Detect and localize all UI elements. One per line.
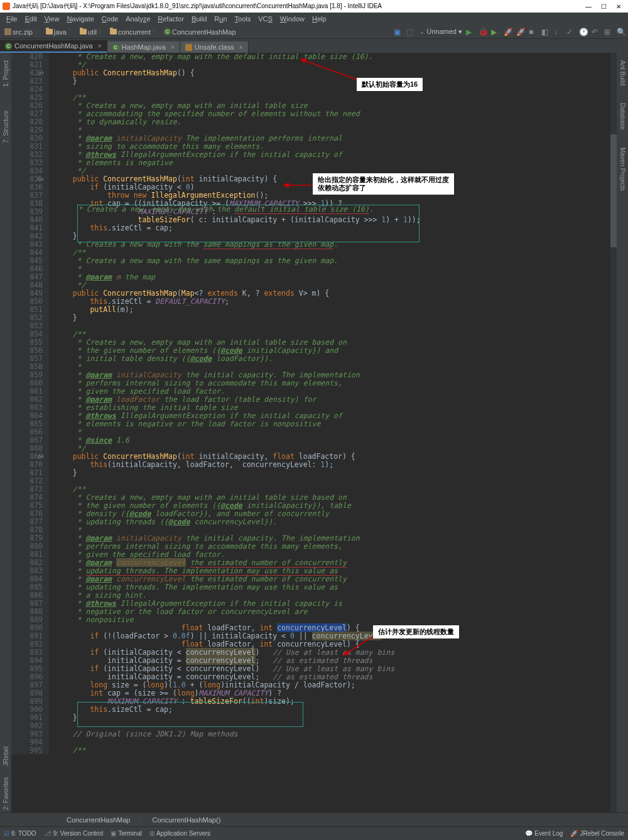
code-line[interactable]: } — [55, 714, 617, 722]
code-line[interactable]: * initial table density ({@code loadFact… — [55, 355, 617, 363]
stop-button[interactable]: ■ — [529, 28, 538, 36]
code-line[interactable]: * elements is negative — [55, 159, 617, 167]
menu-window[interactable]: Window — [276, 15, 308, 23]
tab-concurrenthashmap[interactable]: ConcurrentHashMap.java × — [0, 40, 107, 53]
code-line[interactable]: putAll(m); — [55, 306, 617, 314]
crumb-srczip[interactable]: src.zip〉 — [3, 27, 43, 36]
tool-appservers[interactable]: ⊞Application Servers — [149, 830, 210, 837]
menu-run[interactable]: Run — [210, 15, 230, 23]
close-icon[interactable]: × — [239, 44, 243, 51]
code-line[interactable]: * @param m the map — [55, 273, 617, 281]
jrebel-icon[interactable]: ▣ — [394, 28, 403, 36]
tool-terminal[interactable]: ▣Terminal — [111, 830, 142, 837]
run-config-selector[interactable]: ⌄ Unnamed ▾ — [419, 28, 462, 36]
menubar: File Edit View Navigate Code Analyze Ref… — [0, 13, 628, 25]
code-line[interactable] — [55, 85, 617, 94]
debug-button[interactable]: 🐞 — [479, 28, 487, 36]
code-line[interactable]: * Creates a new map with the same mappin… — [55, 257, 617, 265]
right-tool-stripe: Ant Build Database Maven Projects — [617, 53, 628, 812]
menu-help[interactable]: Help — [308, 15, 330, 23]
code-line[interactable] — [55, 738, 617, 746]
maximize-button[interactable]: ☐ — [597, 1, 610, 11]
crumb-concurrent[interactable]: concurrent〉 — [108, 27, 161, 36]
navigation-bar: src.zip〉 java〉 util〉 concurrent〉 Concurr… — [0, 25, 628, 39]
tool-jrebel-console[interactable]: 🚀JRebel Console — [570, 830, 624, 837]
code-line[interactable]: } — [55, 469, 617, 477]
tool-eventlog[interactable]: 💬Event Log — [525, 830, 563, 837]
tab-hashmap[interactable]: HashMap.java × — [107, 41, 180, 53]
code-line[interactable]: * elements is negative or the load facto… — [55, 420, 617, 428]
run-config-icon[interactable]: ⬚ — [406, 28, 415, 36]
update-button[interactable]: ↓ — [554, 28, 563, 36]
code-line[interactable]: this.sizeCtl = cap; — [55, 706, 617, 714]
project-structure-button[interactable]: ⊞ — [604, 28, 613, 36]
crumb-method-name[interactable]: ConcurrentHashMap() — [149, 816, 225, 824]
crumb-util[interactable]: util〉 — [78, 27, 107, 36]
tab-unsafe[interactable]: Unsafe.class × — [180, 41, 249, 53]
code-line[interactable]: } — [55, 314, 617, 322]
close-icon[interactable]: × — [98, 43, 102, 50]
code-line[interactable] — [55, 477, 617, 485]
close-button[interactable]: ✕ — [612, 1, 625, 11]
code-line[interactable]: // Original (since JDK1.2) Map methods — [55, 730, 617, 738]
class-icon — [5, 43, 12, 50]
profiler-icon[interactable]: ◧ — [541, 28, 550, 36]
bottom-toolbar: ☑6: TODO ⎇9: Version Control ▣Terminal ⊞… — [0, 826, 628, 840]
left-tool-stripe: 1: Project 7: Structure JRebel 2: Favori… — [0, 53, 11, 812]
code-line[interactable]: * — [55, 428, 617, 436]
annotation-init-capacity: 给出指定的容量来初始化，这样就不用过度依赖动态扩容了 — [313, 173, 454, 195]
commit-button[interactable]: ✓ — [566, 28, 575, 36]
jrebel-run-icon[interactable]: 🚀 — [504, 28, 512, 36]
code-line[interactable] — [55, 322, 617, 330]
menu-edit[interactable]: Edit — [21, 15, 41, 23]
code-line[interactable]: /** — [55, 746, 617, 755]
editor-scrollbar[interactable] — [610, 53, 617, 812]
crumb-class-name[interactable]: ConcurrentHashMap — [63, 816, 134, 824]
menu-refactor[interactable]: Refactor — [154, 15, 188, 23]
code-line[interactable]: this.sizeCtl = DEFAULT_CAPACITY; — [55, 298, 617, 306]
classfile-icon — [185, 44, 192, 51]
menu-view[interactable]: View — [41, 15, 63, 23]
coverage-button[interactable]: ▶ — [491, 28, 500, 36]
revert-button[interactable]: ↶ — [592, 28, 600, 36]
menu-vcs[interactable]: VCS — [254, 15, 276, 23]
crumb-class[interactable]: ConcurrentHashMap — [162, 28, 238, 36]
jrebel-debug-icon[interactable]: 🚀 — [516, 28, 525, 36]
crumb-java[interactable]: java〉 — [44, 27, 77, 36]
menu-code[interactable]: Code — [98, 15, 122, 23]
code-line[interactable]: * Creates a new map with the same mappin… — [55, 240, 617, 249]
search-button[interactable]: 🔍 — [617, 28, 625, 36]
menu-analyze[interactable]: Analyze — [122, 15, 154, 23]
class-icon — [164, 28, 171, 35]
menu-build[interactable]: Build — [188, 15, 210, 23]
svg-line-2 — [343, 635, 376, 655]
app-icon — [3, 3, 10, 10]
menu-tools[interactable]: Tools — [231, 15, 255, 23]
window-title: Java代码 [D:\Java代码] - X:\Program Files\Ja… — [13, 2, 382, 11]
menu-navigate[interactable]: Navigate — [63, 15, 97, 23]
tool-structure[interactable]: 7: Structure — [1, 108, 11, 146]
minimize-button[interactable]: — — [582, 1, 595, 11]
tool-antbuild[interactable]: Ant Build — [618, 58, 627, 88]
code-line[interactable]: * @since 1.6 — [55, 436, 617, 444]
tool-vcs[interactable]: ⎇9: Version Control — [44, 830, 104, 837]
code-line[interactable]: this.sizeCtl = cap; — [55, 224, 617, 232]
close-icon[interactable]: × — [171, 44, 175, 51]
menu-file[interactable]: File — [3, 15, 21, 23]
tool-todo[interactable]: ☑6: TODO — [4, 830, 36, 837]
tool-maven[interactable]: Maven Projects — [618, 145, 627, 193]
tool-database[interactable]: Database — [618, 100, 627, 132]
class-icon — [112, 44, 119, 51]
code-line[interactable]: * negative or the load factor or concurr… — [55, 608, 617, 616]
folder-icon — [46, 29, 53, 35]
code-line[interactable]: * to dynamically resize. — [55, 118, 617, 126]
code-line[interactable]: this(initialCapacity, loadFactor, concur… — [55, 461, 617, 469]
tool-favorites[interactable]: 2: Favorites — [1, 775, 11, 812]
history-icon[interactable]: 🕐 — [579, 28, 588, 36]
breadcrumbs: src.zip〉 java〉 util〉 concurrent〉 Concurr… — [3, 27, 238, 36]
run-button[interactable]: ▶ — [466, 28, 475, 36]
tool-jrebel[interactable]: JRebel — [1, 744, 11, 768]
code-line[interactable]: * updating threads ({@code concurrencyLe… — [55, 518, 617, 526]
code-editor[interactable]: 8208218228238248258268278288298308318328… — [11, 53, 617, 812]
tool-project[interactable]: 1: Project — [1, 58, 11, 89]
